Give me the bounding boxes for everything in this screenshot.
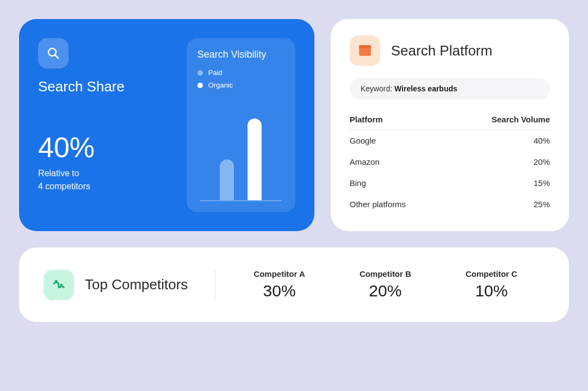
competitor-name: Competitor B (360, 269, 411, 278)
competitor-item: Competitor C 10% (466, 269, 517, 300)
competitor-item: Competitor A 30% (253, 269, 305, 300)
competitor-name: Competitor C (466, 269, 517, 278)
search-visibility-title: Search Visibility (197, 49, 284, 60)
table-header-platform: Platform (350, 115, 383, 124)
chart-legend: Paid Organic (197, 69, 284, 89)
svg-line-1 (55, 55, 58, 58)
competitor-value: 30% (253, 282, 305, 300)
legend-paid: Paid (197, 69, 284, 77)
search-share-value: 40% (38, 133, 170, 162)
legend-organic: Organic (197, 81, 284, 89)
keyword-value: Wireless earbuds (394, 84, 457, 93)
competitor-item: Competitor B 20% (360, 269, 411, 300)
search-platform-card: Search Platform Keyword: Wireless earbud… (331, 19, 569, 231)
competitor-value: 20% (360, 282, 411, 300)
bar-organic (247, 119, 262, 200)
search-visibility-panel: Search Visibility Paid Organic (187, 38, 295, 212)
table-row: Bing 15% (350, 172, 550, 194)
table-header-volume: Search Volume (492, 115, 550, 124)
search-share-card: Search Share 40% Relative to 4 competito… (19, 19, 314, 231)
table-row: Google 40% (350, 130, 550, 151)
competitor-value: 10% (466, 282, 517, 300)
browser-icon (350, 35, 380, 66)
svg-rect-3 (359, 45, 371, 48)
search-icon (38, 38, 69, 69)
competitor-name: Competitor A (253, 269, 305, 278)
top-competitors-title: Top Competitors (85, 276, 188, 293)
top-competitors-card: Top Competitors Competitor A 30% Competi… (19, 247, 569, 322)
table-row: Amazon 20% (350, 151, 550, 172)
bar-paid (220, 159, 234, 200)
table-row: Other platforms 25% (350, 194, 550, 215)
keyword-pill: Keyword: Wireless earbuds (350, 78, 550, 100)
search-share-subtitle: Relative to 4 competitors (38, 167, 170, 193)
platform-table: Platform Search Volume Google 40% Amazon… (350, 109, 550, 215)
keyword-label: Keyword: (361, 84, 394, 93)
visibility-bar-chart (200, 100, 282, 201)
search-platform-title: Search Platform (391, 42, 492, 59)
search-share-title: Search Share (38, 78, 170, 95)
competitors-icon (44, 270, 74, 300)
